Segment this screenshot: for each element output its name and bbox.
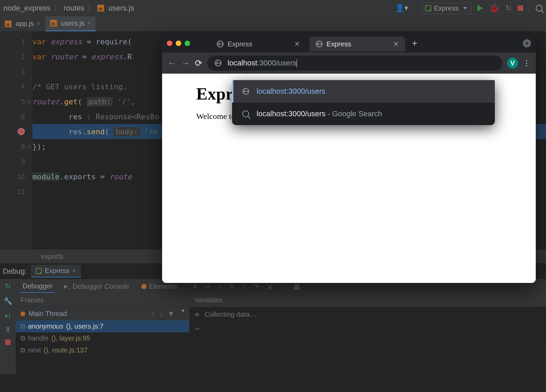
back-button[interactable]: ← bbox=[168, 58, 176, 69]
window-controls[interactable] bbox=[167, 41, 190, 46]
globe-icon bbox=[316, 41, 322, 47]
new-tab-button[interactable]: + bbox=[412, 38, 417, 49]
maximize-window-icon[interactable] bbox=[185, 41, 190, 46]
browser-window: Express ✕ Express ✕ + ▼ ← → ⟳ localhost:… bbox=[162, 34, 536, 283]
reload-button[interactable]: ⟳ bbox=[195, 58, 202, 69]
omnibox-suggestions: localhost:3000/users localhost:3000/user… bbox=[232, 80, 495, 125]
address-bar[interactable]: localhost:3000/users bbox=[207, 56, 502, 71]
globe-icon bbox=[215, 60, 221, 66]
omnibox-suggestion[interactable]: localhost:3000/users bbox=[232, 80, 495, 103]
search-icon bbox=[242, 110, 249, 117]
menu-icon[interactable]: ⋮ bbox=[523, 59, 530, 67]
forward-button[interactable]: → bbox=[181, 58, 190, 69]
tab-list-button[interactable]: ▼ bbox=[523, 39, 531, 47]
minimize-window-icon[interactable] bbox=[176, 41, 181, 46]
globe-icon bbox=[242, 88, 249, 95]
close-icon[interactable]: ✕ bbox=[294, 40, 300, 48]
close-icon[interactable]: ✕ bbox=[393, 40, 399, 48]
text-cursor bbox=[297, 59, 297, 67]
globe-icon bbox=[217, 41, 224, 47]
browser-tab[interactable]: Express ✕ bbox=[211, 36, 306, 51]
close-window-icon[interactable] bbox=[167, 41, 172, 46]
omnibox-suggestion-search[interactable]: localhost:3000/users - Google Search bbox=[232, 103, 495, 125]
profile-avatar[interactable]: V bbox=[507, 58, 518, 69]
browser-tab-active[interactable]: Express ✕ bbox=[310, 36, 405, 51]
